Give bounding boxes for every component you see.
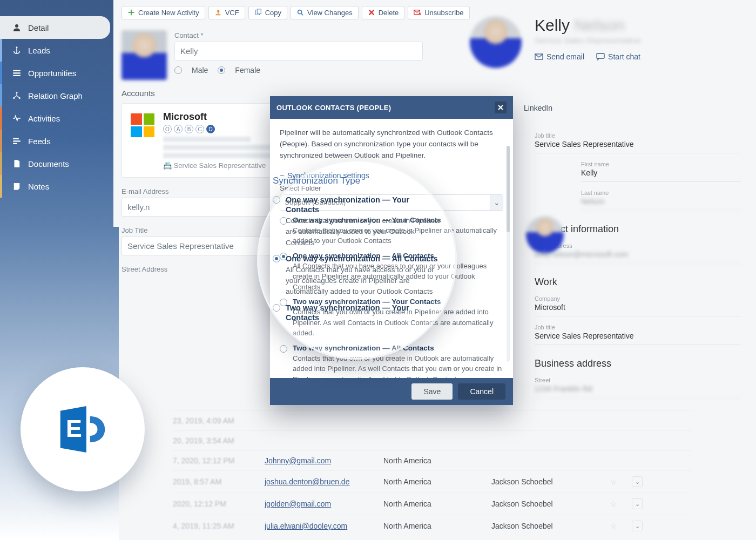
p-lastname-lbl: Last name [581,190,741,196]
table-row[interactable]: 7, 2020, 12:12 PMJohnny@gmail.comNorth A… [173,450,691,470]
nav-detail[interactable]: Detail [0,16,110,39]
p-jobtitle-lbl: Job title [535,132,741,139]
profile-name: Kelly Nelson [535,16,741,35]
cancel-button[interactable]: Cancel [458,383,505,400]
delete-button[interactable]: Delete [362,6,405,19]
gender-female-radio[interactable] [218,66,225,74]
sync-option-3[interactable]: Two way synchronization — Your ContactsC… [280,292,503,339]
sync-option-4[interactable]: Two way synchronization — All ContactsCo… [280,339,503,378]
badge-d[interactable]: D [206,125,215,133]
sidebar: Detail Leads Opportunities Relation Grap… [0,0,113,227]
exchange-icon: E [53,400,112,459]
person-icon [12,23,22,32]
star-icon[interactable]: ☆ [610,477,632,486]
unsubscribe-button[interactable]: Unsubscribe [408,6,469,19]
badge-o[interactable]: O [163,125,172,133]
badge-c[interactable]: C [195,125,204,133]
pulse-icon [12,113,22,123]
gender-male-radio[interactable] [174,66,182,74]
feed-icon [12,136,22,146]
p-street-lbl: Street [535,377,741,383]
p-firstname-lbl: First name [581,161,741,167]
send-email-button[interactable]: Send email [535,52,584,61]
contact-label: Contact * [122,31,500,39]
p-company-val: Microsoft [535,303,741,316]
nav-feeds[interactable]: Feeds [0,130,113,152]
create-activity-button[interactable]: Create New Activity [122,6,205,19]
view-changes-button[interactable]: View Changes [291,6,359,19]
svg-point-5 [16,92,18,93]
activity-table: 23, 2019, 4:09 AM 20, 2019, 3:54 AM 7, 2… [173,410,691,540]
chevron-down-icon[interactable]: ⌄ [490,195,503,210]
sync-option-2[interactable]: One way synchronization — All ContactsAl… [280,246,503,293]
table-row[interactable]: 2019, 8:57 AMjoshua.denton@bruen.deNorth… [173,470,691,492]
gender-female-label: Female [235,66,260,75]
vcf-button[interactable]: VCF [208,6,245,19]
badge-b[interactable]: B [185,125,193,133]
table-row[interactable]: 4, 2019, 11:25 AMjulia.elwani@dooley.com… [173,515,691,537]
folder-select[interactable]: Support (Sandbox) ⌄ [280,194,503,211]
graph-icon [12,91,22,100]
chevron-down-icon[interactable]: ⌄ [632,498,643,509]
modal-header: OUTLOOK CONTACTS (PEOPLE) [270,96,513,119]
list-icon [12,68,22,78]
sync-modal: OUTLOOK CONTACTS (PEOPLE) Pipeliner will… [270,96,513,405]
plus-icon [127,9,135,16]
table-row[interactable]: 30, 2019, 3:54 AMkelly.thornton@bruen.de… [173,537,691,540]
nav-activities[interactable]: Activities [0,107,113,130]
svg-rect-11 [215,15,220,16]
svg-rect-9 [13,140,21,141]
p-company-lbl: Company [535,295,741,302]
chevron-down-icon[interactable]: ⌄ [632,521,643,531]
svg-rect-2 [13,70,21,71]
start-chat-button[interactable]: Start chat [596,52,640,61]
contact-avatar [122,30,167,80]
p-job-val: Service Sales Representative [535,332,741,345]
modal-desc: Pipeliner will be automatically synchron… [280,127,503,161]
modal-scrollbar[interactable] [507,146,510,362]
contact-name-input[interactable] [174,42,423,60]
copy-button[interactable]: Copy [248,6,287,19]
nav-relation-graph[interactable]: Relation Graph [0,84,113,107]
modal-footer: Save Cancel [270,378,513,405]
document-icon [12,159,22,168]
svg-point-1 [16,46,18,48]
nav-documents[interactable]: Documents [0,152,113,175]
sync-settings-section[interactable]: Synchronization settings [280,171,503,180]
p-email-lbl: Email address [535,242,741,249]
select-folder-label: Select Folder [280,184,503,192]
chevron-down-icon[interactable]: ⌄ [632,476,643,487]
sync-option-1[interactable]: One way synchronization — Your ContactsC… [280,211,503,246]
svg-rect-8 [13,138,19,139]
nav-opportunities[interactable]: Opportunities [0,62,113,84]
gender-male-label: Male [192,66,208,75]
star-icon[interactable]: ☆ [610,522,632,530]
mail-icon [535,53,543,60]
x-icon [368,9,375,16]
nav-leads[interactable]: Leads [0,39,113,62]
svg-point-0 [15,24,18,28]
save-button[interactable]: Save [411,383,453,400]
table-row[interactable]: 20, 2019, 3:54 AM [173,430,691,450]
svg-rect-13 [257,9,261,14]
note-icon [12,181,22,191]
svg-rect-17 [597,53,604,58]
upload-icon [214,9,222,16]
svg-text:E: E [66,415,82,442]
table-row[interactable]: 23, 2019, 4:09 AM [173,410,691,430]
badge-a[interactable]: A [174,125,183,133]
svg-rect-4 [13,75,21,76]
p-contactinfo-h: Contact information [535,224,741,235]
profile-panel: Kelly Nelson Service Sales Representativ… [529,11,756,398]
nav-notes[interactable]: Notes [0,175,113,198]
close-icon[interactable] [495,102,507,113]
gender-group: Male Female [174,66,500,75]
search-icon [296,9,304,16]
table-row[interactable]: 2020, 12:12 PMjgolden@gmail.comNorth Ame… [173,492,691,515]
linkedin-label: LinkedIn [524,104,552,112]
p-email-val: kelly.nelson@microsoft.com [535,250,741,264]
mail-x-icon [414,9,421,16]
p-street-val: 1234 Franklin Rd [535,384,741,398]
star-icon[interactable]: ☆ [610,500,632,508]
svg-rect-3 [13,72,21,73]
